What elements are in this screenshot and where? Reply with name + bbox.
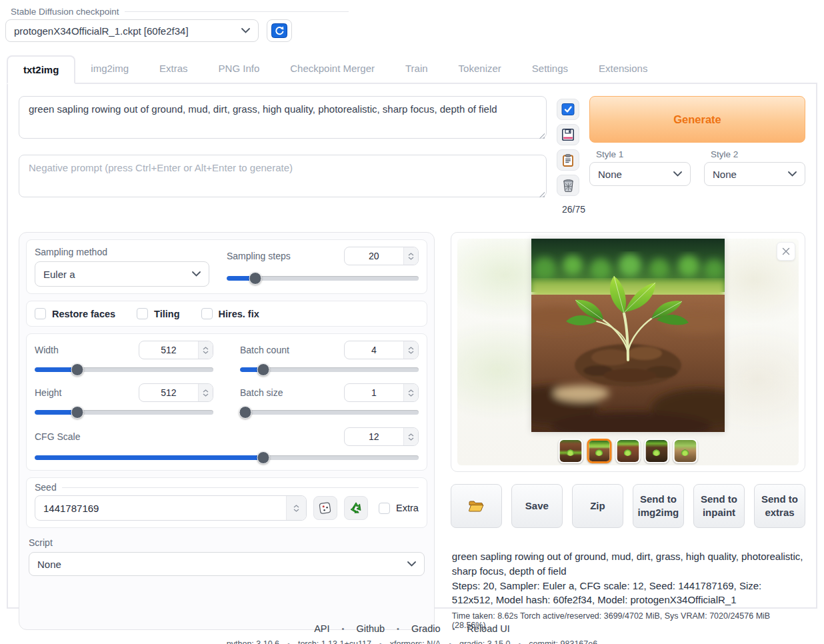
- checkbox-label: Extra: [396, 503, 419, 513]
- thumbnail-4[interactable]: [644, 439, 669, 463]
- open-folder-button[interactable]: [451, 484, 502, 528]
- reuse-seed-button[interactable]: [344, 496, 368, 520]
- prompt-input[interactable]: green sapling rowing out of ground, mud,…: [19, 96, 547, 139]
- seed-input[interactable]: 1441787169: [35, 495, 307, 521]
- tab-png-info[interactable]: PNG Info: [203, 55, 275, 83]
- send-to-inpaint-button[interactable]: Send to inpaint: [693, 484, 745, 528]
- slider-handle[interactable]: [71, 363, 84, 376]
- send-to-img2img-button[interactable]: Send to img2img: [633, 484, 684, 528]
- generated-image[interactable]: [531, 239, 725, 432]
- slider-handle[interactable]: [239, 406, 251, 419]
- batch-size-label: Batch size: [240, 387, 283, 398]
- info-prompt-text: green sapling rowing out of ground, mud,…: [452, 549, 804, 579]
- checkbox-hires-fix[interactable]: Hires. fix: [201, 308, 259, 319]
- checkbox-tiling[interactable]: Tiling: [137, 308, 179, 319]
- checkpoint-select[interactable]: protogenX34OfficialR_1.ckpt [60fe2f34]: [5, 19, 259, 42]
- send-to-extras-button[interactable]: Send to extras: [754, 484, 805, 528]
- footer-link-reload-ui[interactable]: Reload UI: [467, 623, 509, 634]
- sampling-steps-slider[interactable]: [227, 272, 419, 284]
- output-gallery: [451, 232, 805, 472]
- tab-tokenizer[interactable]: Tokenizer: [443, 55, 517, 83]
- paste-params-button[interactable]: [557, 149, 579, 171]
- random-seed-button[interactable]: [313, 496, 337, 520]
- checkbox-box[interactable]: [379, 503, 390, 514]
- thumbnail-2-selected[interactable]: [587, 439, 611, 463]
- sampling-steps-value: 20: [345, 251, 403, 261]
- batch-size-value: 1: [345, 387, 403, 398]
- footer-link-api[interactable]: API: [314, 623, 329, 634]
- folder-icon: [468, 499, 484, 513]
- tab-train[interactable]: Train: [390, 55, 443, 83]
- cfg-scale-input[interactable]: 12: [344, 427, 419, 446]
- generate-button[interactable]: Generate: [589, 96, 805, 143]
- stepper-arrows[interactable]: [198, 384, 213, 401]
- script-select[interactable]: None: [29, 552, 425, 576]
- save-style-button[interactable]: [557, 124, 579, 145]
- batch-count-input[interactable]: 4: [344, 341, 419, 359]
- tab-checkpoint-merger[interactable]: Checkpoint Merger: [275, 55, 390, 83]
- stepper-arrows[interactable]: [403, 341, 418, 359]
- clear-prompt-button[interactable]: [557, 175, 579, 196]
- tab-txt2img[interactable]: txt2img: [7, 55, 75, 84]
- cfg-scale-value: 12: [345, 431, 403, 442]
- tab-extensions[interactable]: Extensions: [583, 55, 663, 83]
- separator: •: [342, 625, 345, 633]
- tab-extras[interactable]: Extras: [144, 55, 203, 83]
- checkbox-extra-seed[interactable]: Extra: [379, 503, 419, 514]
- footer-link-github[interactable]: Github: [356, 623, 385, 634]
- tab-img2img[interactable]: img2img: [75, 55, 144, 83]
- checkbox-box[interactable]: [201, 308, 213, 319]
- checkbox-label: Tiling: [154, 309, 179, 319]
- close-gallery-button[interactable]: [777, 242, 795, 261]
- stepper-arrows[interactable]: [403, 247, 418, 265]
- width-slider[interactable]: [35, 363, 213, 375]
- chevron-down-icon: [192, 271, 201, 277]
- checkbox-restore-faces[interactable]: Restore faces: [35, 308, 115, 319]
- clipboard-icon: [563, 154, 573, 167]
- footer-link-gradio[interactable]: Gradio: [411, 623, 441, 634]
- checkbox-box[interactable]: [137, 308, 148, 319]
- chevron-down-icon: [788, 171, 797, 177]
- check-square-icon: [561, 103, 575, 115]
- info-params-text: Steps: 20, Sampler: Euler a, CFG scale: …: [452, 579, 804, 608]
- style2-select[interactable]: None: [704, 162, 805, 186]
- stepper-arrows[interactable]: [403, 384, 418, 401]
- batch-count-slider[interactable]: [240, 363, 419, 375]
- thumbnail-1[interactable]: [558, 439, 583, 463]
- slider-handle[interactable]: [71, 406, 84, 419]
- separator: •: [518, 640, 521, 644]
- slider-handle[interactable]: [257, 363, 269, 376]
- thumbnail-strip: [558, 439, 697, 463]
- sampling-method-value: Euler a: [43, 269, 75, 280]
- height-slider[interactable]: [35, 406, 213, 418]
- stepper-arrows[interactable]: [286, 496, 306, 520]
- sampling-steps-input[interactable]: 20: [344, 247, 419, 265]
- floppy-disk-icon: [562, 129, 574, 141]
- width-input[interactable]: 512: [139, 341, 213, 359]
- stepper-arrows[interactable]: [403, 428, 418, 445]
- stepper-arrows[interactable]: [198, 341, 213, 359]
- slider-handle[interactable]: [257, 451, 269, 464]
- cfg-scale-slider[interactable]: [35, 451, 419, 463]
- script-label: Script: [29, 537, 425, 548]
- thumbnail-5[interactable]: [673, 439, 697, 463]
- sampling-method-select[interactable]: Euler a: [35, 261, 209, 287]
- height-input[interactable]: 512: [139, 383, 213, 402]
- refresh-checkpoint-button[interactable]: [267, 19, 292, 42]
- zip-button[interactable]: Zip: [572, 484, 623, 528]
- generation-settings-panel: Sampling method Euler a Sampling steps 2…: [19, 232, 435, 630]
- batch-size-slider[interactable]: [240, 406, 419, 418]
- thumbnail-3[interactable]: [615, 439, 640, 463]
- checkpoint-value: protogenX34OfficialR_1.ckpt [60fe2f34]: [14, 25, 189, 37]
- apply-style-button[interactable]: [557, 99, 579, 120]
- checkbox-box[interactable]: [35, 308, 46, 319]
- negative-prompt-input[interactable]: [19, 155, 547, 197]
- save-button[interactable]: Save: [511, 484, 563, 528]
- separator: •: [397, 625, 399, 633]
- tab-settings[interactable]: Settings: [517, 55, 583, 83]
- style1-label: Style 1: [589, 149, 691, 159]
- style2-value: None: [713, 169, 737, 180]
- style1-select[interactable]: None: [589, 162, 691, 186]
- slider-handle[interactable]: [249, 272, 262, 285]
- batch-size-input[interactable]: 1: [344, 383, 419, 402]
